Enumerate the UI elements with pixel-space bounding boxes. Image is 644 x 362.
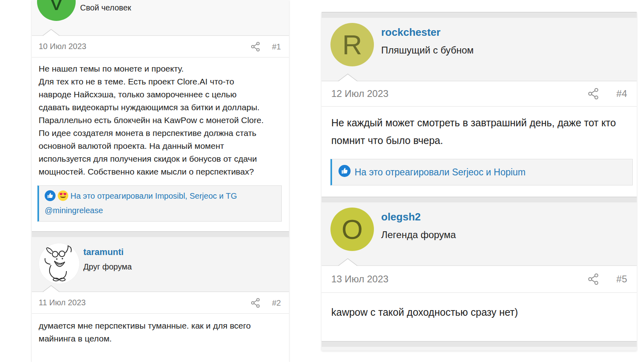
user-title: Свой человек: [80, 3, 131, 12]
post: V Свой человек 10 Июл 2023 #1 Не нашел т…: [32, 0, 289, 231]
avatar-letter: O: [342, 214, 363, 245]
share-icon[interactable]: [250, 298, 261, 308]
bubble-notch: [338, 74, 358, 81]
user-title: Легенда форума: [381, 229, 456, 241]
post-separator: [322, 197, 637, 203]
post-date: 10 Июл 2023: [39, 42, 86, 51]
post-body: Не нашел темы по монете и проекту. Для т…: [32, 58, 289, 185]
post-number-link[interactable]: #2: [272, 298, 281, 307]
next-post-header-partial: [322, 347, 637, 351]
post-header: O olegsh2 Легенда форума: [322, 203, 637, 266]
spacer: [322, 325, 637, 341]
avatar[interactable]: O: [330, 208, 374, 251]
reaction-text[interactable]: На это отреагировали Imposibl, Serjeoc и…: [45, 191, 237, 215]
spacer: [32, 222, 289, 231]
username-link[interactable]: rockchester: [381, 26, 440, 39]
avatar-letter: R: [342, 29, 362, 60]
reaction-text[interactable]: На это отреагировали Serjeoc и Hopium: [355, 167, 526, 178]
username-link[interactable]: taramunti: [83, 247, 124, 257]
post-separator: [322, 341, 637, 347]
avatar-letter: V: [48, 0, 64, 16]
thumbs-up-icon: [45, 190, 56, 204]
post-date: 12 Июл 2023: [331, 88, 388, 99]
taramunti-avatar-cartoon: [39, 243, 79, 284]
heart-eyes-icon: [58, 190, 68, 204]
user-title: Друг форума: [83, 262, 132, 272]
post-header: V Свой человек: [32, 0, 289, 36]
reaction-bar[interactable]: На это отреагировали Imposibl, Serjeoc и…: [37, 185, 282, 222]
reaction-bar[interactable]: На это отреагировали Serjeoc и Hopium: [330, 159, 633, 185]
post-body: Не каждый может смотреть в завтрашний де…: [322, 107, 637, 149]
post-body: думается мне перспективы туманные. как и…: [32, 314, 289, 352]
post-date: 11 Июл 2023: [39, 298, 86, 307]
post-meta-row: 13 Июл 2023 #5: [322, 266, 637, 293]
post-separator: [32, 231, 289, 237]
post-date: 13 Июл 2023: [331, 274, 388, 285]
avatar[interactable]: R: [330, 23, 374, 66]
post-body: kawpow с такой доходностью сразу нет): [322, 293, 637, 325]
left-post-column: V Свой человек 10 Июл 2023 #1 Не нашел т…: [32, 0, 289, 362]
post: R rockchester Пляшущий с бубном 12 Июл 2…: [322, 18, 637, 197]
post-meta-row: 10 Июл 2023 #1: [32, 36, 289, 58]
bubble-notch: [42, 29, 60, 36]
post-meta-row: 11 Июл 2023 #2: [32, 292, 289, 314]
post: taramunti Друг форума 11 Июл 2023 #2 дум…: [32, 237, 289, 352]
user-title: Пляшущий с бубном: [381, 45, 474, 56]
avatar[interactable]: V: [37, 0, 76, 21]
post-meta-row: 12 Июл 2023 #4: [322, 81, 637, 107]
post-number-link[interactable]: #4: [616, 88, 627, 99]
post-header: R rockchester Пляшущий с бубном: [322, 18, 637, 81]
spacer: [322, 185, 637, 197]
bubble-notch: [338, 258, 358, 266]
post-separator: [322, 12, 637, 18]
post-number-link[interactable]: #5: [616, 274, 627, 285]
share-icon[interactable]: [587, 88, 600, 100]
share-icon[interactable]: [250, 41, 261, 52]
username-link[interactable]: olegsh2: [381, 211, 421, 223]
post-number-link[interactable]: #1: [272, 42, 281, 51]
avatar[interactable]: [39, 243, 80, 284]
right-post-column: R rockchester Пляшущий с бубном 12 Июл 2…: [322, 12, 637, 351]
post-header: taramunti Друг форума: [32, 237, 289, 292]
post: O olegsh2 Легенда форума 13 Июл 2023 #5 …: [322, 203, 637, 341]
bubble-notch: [42, 285, 60, 292]
share-icon[interactable]: [587, 273, 600, 286]
thumbs-up-icon: [339, 165, 351, 179]
